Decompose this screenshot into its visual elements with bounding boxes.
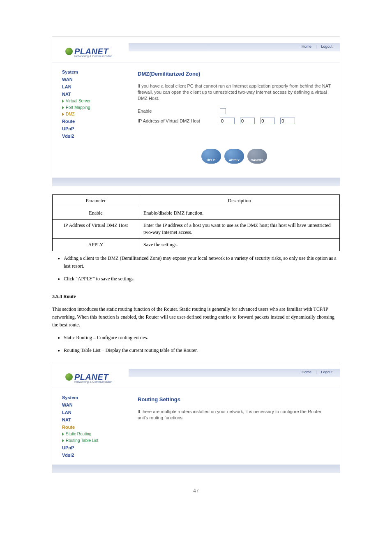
parameter-table: Parameter Description Enable Enable/disa…: [52, 194, 340, 251]
table-row: IP Address of Virtual DMZ Host Enter the…: [53, 220, 340, 239]
nav-vdsl2[interactable]: Vdsl2: [62, 132, 121, 140]
nav-route[interactable]: Route: [62, 423, 121, 431]
apply-button[interactable]: APPLY: [224, 149, 244, 164]
logout-link[interactable]: Logout: [319, 370, 334, 374]
section-number: 3.5.4 Route: [52, 293, 340, 301]
nav-virtual-server[interactable]: Virtual Server: [62, 98, 121, 104]
enable-label: Enable: [138, 108, 220, 114]
table-row: APPLY Save the settings.: [53, 239, 340, 251]
brand-logo: PLANET: [65, 373, 108, 381]
header: Home | Logout PLANET Networking & Commun…: [52, 369, 340, 388]
note-item: Adding a client to the DMZ (Demilitarize…: [64, 254, 340, 270]
section-bullet: Static Routing – Configure routing entri…: [64, 334, 340, 342]
nav-lan[interactable]: LAN: [62, 83, 121, 90]
nav-wan[interactable]: WAN: [62, 401, 121, 409]
sidebar-nav: System WAN LAN NAT Route Static Routing …: [52, 388, 129, 465]
cancel-button[interactable]: CANCEL: [247, 149, 267, 164]
page-title: Routing Settings: [138, 396, 331, 403]
nav-upnp[interactable]: UPnP: [62, 125, 121, 132]
nav-port-mapping[interactable]: Port Mapping: [62, 104, 121, 111]
nav-nat[interactable]: NAT: [62, 90, 121, 98]
screenshot-dmz: Home | Logout PLANET Networking & Commun…: [52, 36, 340, 186]
ip-octet-4[interactable]: [280, 118, 295, 124]
page-description: If there are multiple routers installed …: [138, 409, 331, 421]
col-description: Description: [139, 195, 340, 207]
section-bullet: Routing Table List – Display the current…: [64, 347, 340, 354]
enable-checkbox[interactable]: [220, 108, 226, 114]
nav-lan[interactable]: LAN: [62, 409, 121, 416]
body-text: Adding a client to the DMZ (Demilitarize…: [52, 254, 340, 354]
home-link[interactable]: Home: [300, 44, 313, 49]
help-button[interactable]: HELP: [201, 149, 221, 164]
header: Home | Logout PLANET Networking & Commun…: [52, 43, 340, 62]
ip-octet-3[interactable]: [260, 118, 275, 124]
screenshot-routing: Home | Logout PLANET Networking & Commun…: [52, 362, 340, 473]
page-title: DMZ(Demilitarized Zone): [138, 71, 331, 77]
section-paragraph: This section introduces the static routi…: [52, 305, 340, 329]
page-number: 47: [0, 488, 392, 494]
nav-vdsl2[interactable]: Vdsl2: [62, 451, 121, 459]
nav-nat[interactable]: NAT: [62, 416, 121, 423]
nav-system[interactable]: System: [62, 68, 121, 76]
ip-octet-1[interactable]: [220, 118, 235, 124]
nav-static-routing[interactable]: Static Routing: [62, 431, 121, 437]
brand-logo: PLANET: [65, 47, 108, 56]
nav-system[interactable]: System: [62, 394, 121, 401]
note-item: Click "APPLY" to save the settings.: [64, 275, 340, 283]
ip-octet-2[interactable]: [240, 118, 255, 124]
globe-icon: [65, 373, 73, 381]
nav-routing-table[interactable]: Routing Table List: [62, 437, 121, 444]
page-description: If you have a local client PC that canno…: [138, 83, 331, 102]
nav-route[interactable]: Route: [62, 118, 121, 125]
nav-upnp[interactable]: UPnP: [62, 444, 121, 451]
nav-dmz[interactable]: DMZ: [62, 111, 121, 118]
col-parameter: Parameter: [53, 195, 139, 207]
ip-label: IP Address of Virtual DMZ Host: [138, 118, 220, 124]
table-row: Enable Enable/disable DMZ function.: [53, 207, 340, 220]
nav-wan[interactable]: WAN: [62, 76, 121, 83]
home-link[interactable]: Home: [300, 370, 313, 374]
sidebar-nav: System WAN LAN NAT Virtual Server Port M…: [52, 62, 129, 178]
logout-link[interactable]: Logout: [319, 44, 334, 49]
globe-icon: [65, 48, 73, 55]
